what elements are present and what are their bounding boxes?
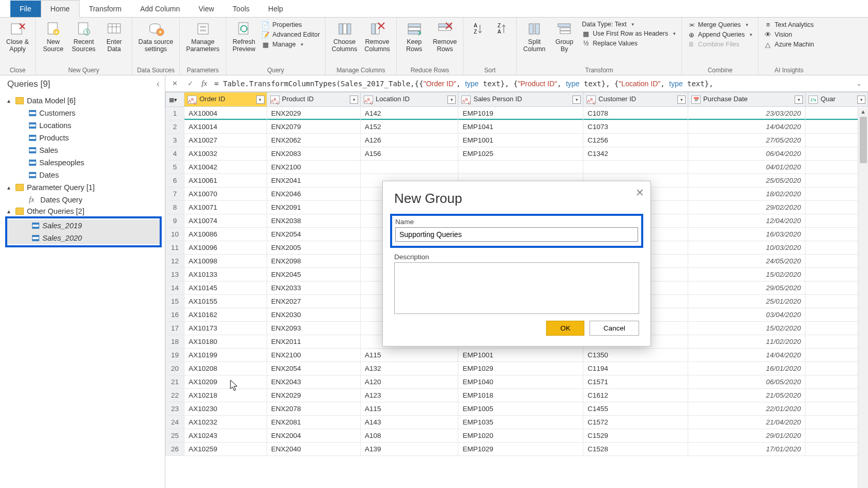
cell-salesperson[interactable]: EMP1029 bbox=[458, 443, 583, 456]
cell-date[interactable]: 16/03/2020 bbox=[688, 228, 805, 241]
cell-salesperson[interactable] bbox=[458, 161, 583, 174]
cell-product[interactable]: ENX2029 bbox=[267, 389, 360, 402]
cell-date[interactable]: 25/05/2020 bbox=[688, 174, 805, 187]
row-number[interactable]: 5 bbox=[166, 161, 184, 174]
close-apply-button[interactable]: Close & Apply bbox=[3, 20, 32, 54]
cell-product[interactable]: ENX2100 bbox=[267, 349, 360, 362]
cell-salesperson[interactable]: EMP1040 bbox=[458, 375, 583, 389]
collapse-queries-icon[interactable]: ‹ bbox=[157, 78, 160, 89]
group-description-input[interactable] bbox=[394, 262, 639, 314]
cell-product[interactable]: ENX2091 bbox=[267, 201, 360, 214]
table-row[interactable]: 4AX10032ENX2083A156EMP1025C134206/04/202… bbox=[166, 147, 868, 161]
cell-customer[interactable]: C1073 bbox=[583, 120, 688, 134]
cell-order[interactable]: AX10259 bbox=[184, 443, 267, 456]
cell-order[interactable]: AX10145 bbox=[184, 281, 267, 295]
cell-order[interactable]: AX10209 bbox=[184, 375, 267, 389]
row-number[interactable]: 11 bbox=[166, 241, 184, 255]
table-row[interactable]: 19AX10199ENX2100A115EMP1001C135014/04/20… bbox=[166, 349, 868, 362]
cell-salesperson[interactable]: EMP1001 bbox=[458, 349, 583, 362]
cell-date[interactable]: 12/04/2020 bbox=[688, 214, 805, 228]
cell-order[interactable]: AX10098 bbox=[184, 255, 267, 268]
filter-dropdown-icon[interactable]: ▾ bbox=[447, 96, 456, 104]
row-number[interactable]: 8 bbox=[166, 201, 184, 214]
table-row[interactable]: 25AX10243ENX2004A108EMP1020C152929/01/20… bbox=[166, 429, 868, 443]
row-number[interactable]: 6 bbox=[166, 174, 184, 187]
cell-date[interactable]: 11/02/2020 bbox=[688, 335, 805, 349]
query-salespeoples[interactable]: Salespeoples bbox=[4, 156, 165, 169]
row-number[interactable]: 7 bbox=[166, 187, 184, 201]
cell-product[interactable]: ENX2041 bbox=[267, 174, 360, 187]
cell-customer[interactable]: C1350 bbox=[583, 349, 688, 362]
first-row-headers-dropdown[interactable]: ▦Use First Row as Headers▼ bbox=[582, 29, 676, 38]
choose-columns-button[interactable]: Choose Columns bbox=[329, 20, 360, 54]
manage-button[interactable]: ▦Manage▼ bbox=[261, 40, 320, 49]
cell-customer[interactable]: C1194 bbox=[583, 362, 688, 375]
cell-order[interactable]: AX10230 bbox=[184, 402, 267, 416]
group-name-input[interactable] bbox=[395, 227, 638, 242]
cell-salesperson[interactable]: EMP1018 bbox=[458, 389, 583, 402]
row-number[interactable]: 14 bbox=[166, 281, 184, 295]
cell-location[interactable]: A126 bbox=[361, 134, 458, 147]
cell-date[interactable]: 06/05/2020 bbox=[688, 375, 805, 389]
row-number[interactable]: 16 bbox=[166, 308, 184, 322]
cell-order[interactable]: AX10133 bbox=[184, 268, 267, 281]
remove-columns-button[interactable]: Remove Columns bbox=[361, 20, 393, 54]
cell-date[interactable]: 06/04/2020 bbox=[688, 147, 805, 161]
cell-customer[interactable]: C1078 bbox=[583, 107, 688, 120]
tab-add-column[interactable]: Add Column bbox=[131, 1, 189, 17]
cell-order[interactable]: AX10014 bbox=[184, 120, 267, 134]
row-number[interactable]: 4 bbox=[166, 147, 184, 161]
append-queries-button[interactable]: ⊕Append Queries▼ bbox=[687, 30, 753, 39]
query-sales-2020[interactable]: Sales_2020 bbox=[7, 232, 160, 244]
cell-date[interactable]: 15/02/2020 bbox=[688, 322, 805, 335]
cell-order[interactable]: AX10070 bbox=[184, 187, 267, 201]
cell-order[interactable]: AX10004 bbox=[184, 107, 267, 120]
cell-order[interactable]: AX10243 bbox=[184, 429, 267, 443]
row-number[interactable]: 9 bbox=[166, 214, 184, 228]
cell-salesperson[interactable]: EMP1041 bbox=[458, 120, 583, 134]
cell-customer[interactable]: C1529 bbox=[583, 429, 688, 443]
query-customers[interactable]: Customers bbox=[4, 107, 165, 119]
split-column-button[interactable]: Split Column bbox=[520, 20, 549, 54]
row-number[interactable]: 19 bbox=[166, 349, 184, 362]
row-number[interactable]: 25 bbox=[166, 429, 184, 443]
combine-files-button[interactable]: 🗎Combine Files bbox=[687, 40, 753, 49]
row-number[interactable]: 23 bbox=[166, 402, 184, 416]
cell-salesperson[interactable]: EMP1029 bbox=[458, 362, 583, 375]
row-number[interactable]: 24 bbox=[166, 416, 184, 429]
cell-customer[interactable]: C1455 bbox=[583, 402, 688, 416]
query-dates-query[interactable]: fxDates Query bbox=[4, 194, 165, 206]
filter-dropdown-icon[interactable]: ▾ bbox=[795, 96, 803, 104]
table-row[interactable]: 21AX10209ENX2043A120EMP1040C157106/05/20… bbox=[166, 375, 868, 389]
cell-order[interactable]: AX10061 bbox=[184, 174, 267, 187]
replace-values-button[interactable]: ½Replace Values bbox=[582, 39, 676, 48]
cell-location[interactable]: A156 bbox=[361, 147, 458, 161]
table-row[interactable]: 20AX10208ENX2054A132EMP1029C119416/01/20… bbox=[166, 362, 868, 375]
text-analytics-button[interactable]: ≡Text Analytics bbox=[764, 21, 814, 29]
query-sales[interactable]: Sales bbox=[4, 144, 165, 156]
data-source-settings-button[interactable]: Data source settings bbox=[135, 20, 176, 54]
corner-cell[interactable]: ▦▾ bbox=[166, 92, 184, 107]
cell-order[interactable]: AX10180 bbox=[184, 335, 267, 349]
cell-date[interactable]: 21/04/2020 bbox=[688, 416, 805, 429]
ok-button[interactable]: OK bbox=[546, 321, 584, 336]
cell-date[interactable]: 29/02/2020 bbox=[688, 201, 805, 214]
column-header-order-id[interactable]: ABCOrder ID▾ bbox=[184, 92, 267, 107]
cell-product[interactable]: ENX2038 bbox=[267, 214, 360, 228]
cell-product[interactable]: ENX2100 bbox=[267, 161, 360, 174]
cell-date[interactable]: 22/01/2020 bbox=[688, 402, 805, 416]
cell-salesperson[interactable]: EMP1035 bbox=[458, 416, 583, 429]
cell-salesperson[interactable]: EMP1025 bbox=[458, 147, 583, 161]
tab-file[interactable]: File bbox=[10, 1, 41, 17]
new-source-button[interactable]: ✦New Source bbox=[39, 20, 68, 54]
cell-customer[interactable]: C1528 bbox=[583, 443, 688, 456]
cell-location[interactable]: A139 bbox=[361, 443, 458, 456]
cell-location[interactable]: A115 bbox=[361, 402, 458, 416]
row-number[interactable]: 1 bbox=[166, 107, 184, 120]
row-number[interactable]: 10 bbox=[166, 228, 184, 241]
table-row[interactable]: 2AX10014ENX2079A152EMP1041C107314/04/202… bbox=[166, 120, 868, 134]
sort-asc-button[interactable]: AZ bbox=[467, 20, 489, 40]
row-number[interactable]: 2 bbox=[166, 120, 184, 134]
cell-order[interactable]: AX10086 bbox=[184, 228, 267, 241]
cell-location[interactable]: A142 bbox=[361, 107, 458, 120]
